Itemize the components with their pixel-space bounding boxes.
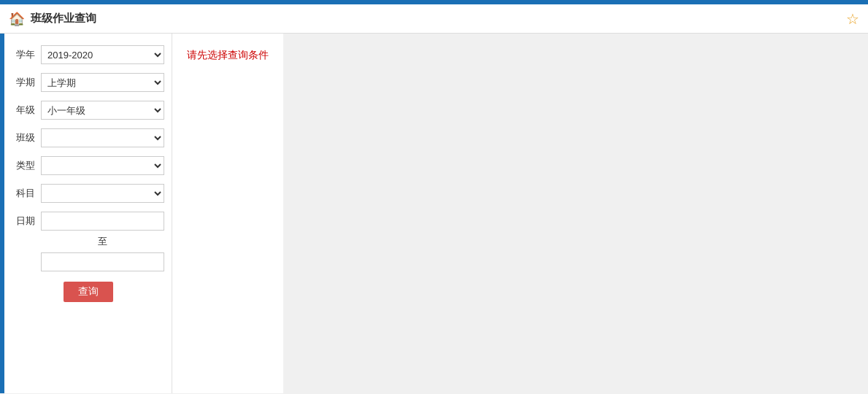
- nian-ji-row: 年级 小一年级 小二年级 小三年级 小四年级 小五年级 小六年级: [4, 96, 172, 124]
- star-icon[interactable]: ☆: [846, 10, 859, 28]
- header-left: 🏠 班级作业查询: [9, 11, 96, 27]
- nian-ji-select[interactable]: 小一年级 小二年级 小三年级 小四年级 小五年级 小六年级: [41, 101, 164, 120]
- xue-nian-label: 学年: [12, 48, 35, 61]
- home-icon: 🏠: [9, 11, 25, 27]
- filter-panel: 学年 2019-2020 2018-2019 2017-2018 学期 上学期 …: [4, 34, 172, 393]
- ban-ji-label: 班级: [12, 131, 35, 144]
- xue-nian-row: 学年 2019-2020 2018-2019 2017-2018: [4, 41, 172, 69]
- ban-ji-row: 班级: [4, 124, 172, 152]
- ri-qi-section: 日期 至: [4, 207, 172, 276]
- ban-ji-select[interactable]: [41, 128, 164, 147]
- header: 🏠 班级作业查询 ☆: [0, 4, 868, 34]
- ri-qi-label: 日期: [12, 212, 35, 271]
- date-start-input[interactable]: [41, 212, 164, 231]
- lei-xing-label: 类型: [12, 159, 35, 172]
- xue-nian-select[interactable]: 2019-2020 2018-2019 2017-2018: [41, 45, 164, 64]
- content-wrapper: 学年 2019-2020 2018-2019 2017-2018 学期 上学期 …: [0, 34, 868, 393]
- button-row: 查询: [4, 276, 172, 308]
- page-title: 班级作业查询: [31, 12, 96, 26]
- date-separator: 至: [41, 233, 164, 250]
- query-button[interactable]: 查询: [64, 282, 113, 302]
- xue-qi-row: 学期 上学期 下学期: [4, 69, 172, 96]
- lei-xing-row: 类型: [4, 152, 172, 179]
- right-content: 请先选择查询条件: [172, 34, 283, 393]
- nian-ji-label: 年级: [12, 104, 35, 117]
- xue-qi-select[interactable]: 上学期 下学期: [41, 73, 164, 92]
- lei-xing-select[interactable]: [41, 156, 164, 175]
- date-end-input[interactable]: [41, 252, 164, 271]
- ke-mu-select[interactable]: [41, 184, 164, 203]
- main-content: 学年 2019-2020 2018-2019 2017-2018 学期 上学期 …: [4, 34, 283, 393]
- xue-qi-label: 学期: [12, 76, 35, 89]
- notice-text: 请先选择查询条件: [187, 49, 269, 61]
- ke-mu-row: 科目: [4, 179, 172, 207]
- date-inputs: 至: [41, 212, 164, 271]
- ke-mu-label: 科目: [12, 187, 35, 200]
